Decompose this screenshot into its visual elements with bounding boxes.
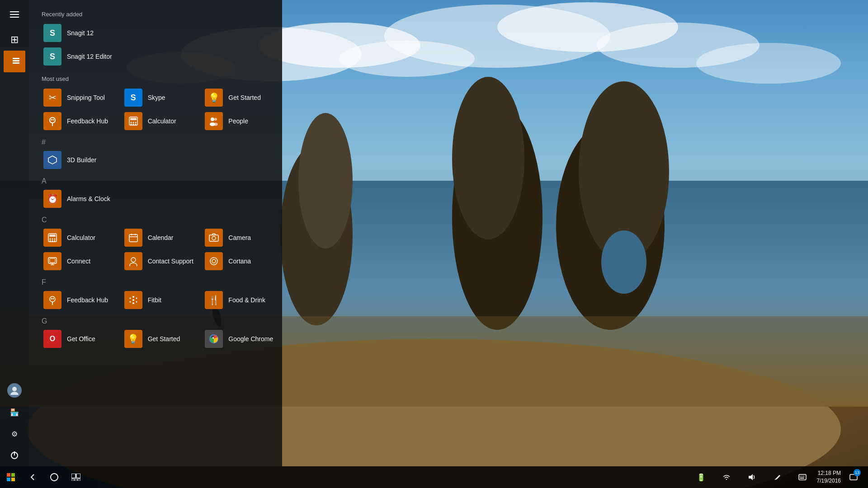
connect-icon bbox=[43, 252, 61, 270]
svg-point-49 bbox=[50, 239, 51, 240]
tiles-view-button[interactable]: ⊞ bbox=[4, 29, 25, 51]
app-label: Google Chrome bbox=[228, 335, 273, 343]
svg-point-27 bbox=[12, 387, 17, 391]
list-item[interactable]: 🍴 Food & Drink bbox=[201, 288, 282, 312]
app-label: Snipping Tool bbox=[67, 94, 105, 101]
svg-point-14 bbox=[452, 77, 524, 239]
taskbar-right-area: 🔋 12:18 PM 7/19/2016 13 bbox=[690, 466, 868, 488]
list-view-button[interactable] bbox=[4, 51, 25, 72]
svg-point-52 bbox=[50, 240, 51, 242]
svg-rect-84 bbox=[76, 474, 80, 478]
camera-icon bbox=[205, 229, 223, 247]
battery-icon: 🔋 bbox=[690, 466, 712, 488]
snagit12-icon: S bbox=[43, 24, 61, 42]
svg-rect-30 bbox=[14, 451, 15, 455]
list-item[interactable]: Feedback Hub bbox=[40, 288, 121, 312]
svg-point-65 bbox=[131, 258, 136, 262]
snipping-tool-icon: ✂ bbox=[43, 89, 61, 107]
task-view-button[interactable] bbox=[65, 466, 87, 488]
app-label: Calendar bbox=[148, 234, 174, 241]
list-item[interactable]: Contact Support bbox=[121, 249, 202, 273]
food-drink-icon: 🍴 bbox=[205, 291, 223, 309]
alarms-clock-icon: ⏰ bbox=[43, 190, 61, 208]
list-item[interactable]: 3D Builder bbox=[40, 148, 282, 172]
svg-point-38 bbox=[132, 122, 134, 123]
list-item[interactable]: Cortana bbox=[201, 249, 282, 273]
list-item[interactable]: S Snagit 12 Editor bbox=[40, 45, 282, 68]
svg-rect-25 bbox=[13, 60, 19, 61]
svg-rect-91 bbox=[802, 476, 802, 477]
get-office-icon: O bbox=[43, 330, 61, 348]
feedback-hub-icon bbox=[43, 291, 61, 309]
svg-rect-62 bbox=[50, 258, 55, 263]
list-item[interactable]: ⏰ Alarms & Clock bbox=[40, 187, 282, 211]
power-button[interactable] bbox=[4, 445, 25, 466]
list-item[interactable]: Calculator bbox=[40, 226, 121, 249]
svg-point-51 bbox=[54, 239, 56, 240]
most-used-header: Most used bbox=[40, 75, 282, 82]
cortana-search-button[interactable] bbox=[43, 466, 65, 488]
svg-point-17 bbox=[601, 230, 646, 294]
fitbit-icon bbox=[124, 291, 142, 309]
taskbar-time-display: 12:18 PM bbox=[817, 469, 841, 477]
list-item[interactable]: Fitbit bbox=[121, 288, 202, 312]
taskbar-clock[interactable]: 12:18 PM 7/19/2016 bbox=[817, 469, 841, 485]
list-item[interactable]: O Get Office bbox=[40, 327, 121, 351]
svg-rect-55 bbox=[129, 235, 137, 242]
app-label: Snagit 12 Editor bbox=[67, 53, 112, 60]
svg-point-66 bbox=[130, 263, 137, 266]
list-item[interactable]: Camera bbox=[201, 226, 282, 249]
list-item[interactable]: Calculator bbox=[121, 109, 202, 133]
3d-builder-icon bbox=[43, 151, 61, 169]
svg-point-73 bbox=[132, 296, 134, 298]
svg-rect-93 bbox=[800, 478, 804, 479]
app-label: Get Started bbox=[228, 94, 261, 101]
svg-rect-86 bbox=[75, 479, 77, 481]
app-label: Snagit 12 bbox=[67, 29, 94, 37]
list-item[interactable]: Connect bbox=[40, 249, 121, 273]
list-item[interactable]: S Skype bbox=[121, 86, 202, 109]
app-label: Get Office bbox=[67, 335, 95, 343]
app-label: Feedback Hub bbox=[67, 296, 108, 304]
user-avatar[interactable] bbox=[7, 383, 22, 398]
alpha-hash-header: # bbox=[40, 138, 282, 146]
get-started-icon: 💡 bbox=[205, 89, 223, 107]
svg-point-32 bbox=[51, 119, 52, 121]
store-button[interactable]: 🏪 bbox=[4, 401, 25, 423]
contact-support-icon bbox=[124, 252, 142, 270]
app-label: People bbox=[228, 117, 248, 125]
app-label: Connect bbox=[67, 258, 90, 265]
svg-rect-24 bbox=[13, 58, 19, 59]
start-button[interactable] bbox=[0, 466, 22, 488]
notification-badge: 13 bbox=[854, 469, 861, 476]
svg-point-78 bbox=[129, 301, 131, 303]
svg-rect-89 bbox=[799, 474, 806, 480]
taskbar: 🔋 12:18 PM 7/19/2016 13 bbox=[0, 466, 868, 488]
svg-rect-23 bbox=[9, 62, 12, 64]
svg-rect-59 bbox=[209, 235, 218, 241]
back-button[interactable] bbox=[22, 466, 43, 488]
svg-point-76 bbox=[129, 298, 131, 299]
svg-rect-83 bbox=[71, 474, 75, 478]
svg-point-82 bbox=[51, 474, 58, 481]
notification-center-button[interactable]: 13 bbox=[844, 466, 863, 488]
list-item[interactable]: Google Chrome bbox=[201, 327, 282, 351]
settings-button[interactable]: ⚙ bbox=[4, 423, 25, 445]
svg-point-67 bbox=[210, 258, 217, 265]
wifi-icon bbox=[716, 466, 737, 488]
app-list-panel: Recently added S Snagit 12 S Snagit 12 E… bbox=[29, 0, 282, 466]
svg-point-77 bbox=[136, 298, 137, 299]
svg-point-40 bbox=[130, 124, 132, 125]
list-item[interactable]: S Snagit 12 bbox=[40, 21, 282, 45]
list-item[interactable]: 💡 Get Started bbox=[201, 86, 282, 109]
recently-added-header: Recently added bbox=[40, 11, 282, 18]
hamburger-button[interactable] bbox=[4, 4, 25, 25]
app-label: Fitbit bbox=[148, 296, 161, 304]
list-item[interactable]: People bbox=[201, 109, 282, 133]
list-item[interactable]: Calendar bbox=[121, 226, 202, 249]
list-item[interactable]: Feedback Hub bbox=[40, 109, 121, 133]
list-item[interactable]: ✂ Snipping Tool bbox=[40, 86, 121, 109]
svg-point-69 bbox=[50, 296, 55, 302]
alpha-c-header: C bbox=[40, 216, 282, 224]
list-item[interactable]: 💡 Get Started bbox=[121, 327, 202, 351]
